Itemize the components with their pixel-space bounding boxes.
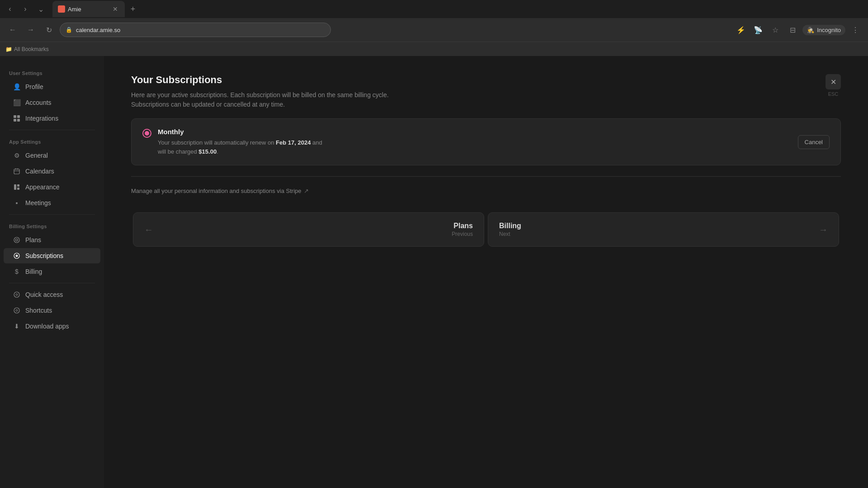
panel-header: Your Subscriptions Here are your active …	[131, 74, 841, 109]
next-nav-label: Billing	[499, 222, 521, 230]
sidebar-label-accounts: Accounts	[25, 99, 52, 106]
browser-refresh-button[interactable]: ↻	[42, 23, 56, 37]
sidebar-item-integrations[interactable]: Integrations	[4, 111, 100, 126]
svg-rect-4	[14, 169, 19, 174]
prev-nav-button[interactable]: ← Plans Previous	[133, 212, 484, 247]
sidebar-item-download-apps[interactable]: ⬇ Download apps	[4, 319, 100, 334]
billing-settings-section-label: Billing Settings	[0, 218, 104, 232]
sidebar-item-profile[interactable]: 👤 Profile	[4, 79, 100, 94]
user-settings-section-label: User Settings	[0, 65, 104, 79]
sidebar-label-download-apps: Download apps	[25, 323, 69, 330]
svg-rect-7	[14, 184, 16, 190]
svg-point-11	[16, 239, 18, 241]
sidebar-item-general[interactable]: ⚙ General	[4, 148, 100, 163]
panel-description: Here are your active subscriptions. Each…	[131, 90, 389, 109]
sidebar-item-plans[interactable]: Plans	[4, 232, 100, 248]
browser-forward-button[interactable]: →	[24, 23, 38, 37]
svg-rect-3	[17, 119, 20, 122]
prev-arrow-icon: ←	[144, 225, 153, 235]
forward-nav-button[interactable]: ›	[19, 3, 32, 15]
subscriptions-icon	[13, 252, 21, 260]
renew-text-before: Your subscription will automatically ren…	[158, 139, 274, 146]
prev-nav-text: Plans Previous	[452, 222, 473, 237]
esc-label: ESC	[828, 91, 839, 97]
sidebar-divider-3	[9, 283, 95, 283]
tab-title: Amie	[68, 6, 81, 13]
appearance-icon	[13, 183, 21, 191]
close-button[interactable]: ✕	[826, 74, 841, 89]
shortcuts-icon	[13, 306, 21, 314]
subscription-card: Monthly Your subscription will automatic…	[131, 118, 841, 165]
plans-icon	[13, 236, 21, 244]
cancel-subscription-button[interactable]: Cancel	[798, 135, 830, 149]
main-panel: Your Subscriptions Here are your active …	[104, 56, 868, 488]
sidebar-item-subscriptions[interactable]: Subscriptions	[4, 248, 100, 263]
subscription-radio-inner	[145, 131, 149, 136]
integrations-icon	[13, 114, 21, 122]
external-link-icon: ↗	[304, 188, 309, 194]
menu-button[interactable]: ⋮	[848, 23, 863, 37]
meetings-icon: ▪	[13, 199, 21, 207]
back-nav-button[interactable]: ‹	[4, 3, 16, 15]
bookmarks-folder-icon: 📁	[5, 46, 12, 52]
svg-point-16	[14, 308, 19, 313]
quick-access-icon	[13, 291, 21, 299]
tab-close-button[interactable]: ✕	[111, 5, 119, 13]
svg-point-10	[14, 237, 19, 243]
svg-rect-8	[17, 184, 19, 187]
subscription-left: Monthly Your subscription will automatic…	[142, 128, 322, 156]
url-display: calendar.amie.so	[76, 27, 325, 33]
calendars-icon	[13, 167, 21, 175]
app-settings-section-label: App Settings	[0, 134, 104, 147]
svg-rect-9	[17, 188, 19, 190]
stripe-link[interactable]: Manage all your personal information and…	[131, 188, 841, 194]
svg-point-14	[14, 292, 19, 297]
svg-rect-2	[14, 119, 16, 122]
browser-back-button[interactable]: ←	[5, 23, 20, 37]
subscription-name: Monthly	[158, 128, 322, 136]
accounts-icon: ⬛	[13, 99, 21, 107]
sidebar-item-calendars[interactable]: Calendars	[4, 164, 100, 179]
sidebar-item-quick-access[interactable]: Quick access	[4, 287, 100, 302]
sidebar-label-meetings: Meetings	[25, 199, 51, 206]
bookmarks-label: 📁 All Bookmarks	[5, 46, 49, 52]
next-arrow-icon: →	[819, 225, 828, 235]
svg-rect-6	[18, 169, 19, 170]
sidebar-item-appearance[interactable]: Appearance	[4, 179, 100, 195]
sidebar-item-billing[interactable]: $ Billing	[4, 264, 100, 279]
address-bar[interactable]: 🔒 calendar.amie.so	[60, 23, 331, 37]
svg-point-15	[16, 294, 18, 296]
sidebar: User Settings 👤 Profile ⬛ Accounts Integ…	[0, 56, 104, 488]
renew-text-after: and	[312, 139, 322, 146]
subscription-radio	[142, 129, 151, 138]
sidebar-label-profile: Profile	[25, 83, 43, 90]
sidebar-label-appearance: Appearance	[25, 183, 60, 191]
sidebar-item-meetings[interactable]: ▪ Meetings	[4, 195, 100, 211]
sidebar-item-shortcuts[interactable]: Shortcuts	[4, 303, 100, 318]
sidebar-label-shortcuts: Shortcuts	[25, 307, 52, 314]
panel-title: Your Subscriptions	[131, 74, 389, 86]
sidebar-item-accounts[interactable]: ⬛ Accounts	[4, 95, 100, 110]
sidebar-divider-2	[9, 214, 95, 215]
next-nav-text: Billing Next	[499, 222, 521, 237]
profile-icon: 👤	[13, 83, 21, 91]
sidebar-label-subscriptions: Subscriptions	[25, 252, 63, 259]
extensions-button[interactable]: ⚡	[734, 23, 748, 37]
tab-list-button[interactable]: ⌄	[34, 3, 47, 15]
sidebar-button[interactable]: ⊟	[785, 23, 800, 37]
new-tab-button[interactable]: +	[127, 3, 139, 15]
cast-button[interactable]: 📡	[751, 23, 765, 37]
general-icon: ⚙	[13, 151, 21, 160]
subscription-details: Monthly Your subscription will automatic…	[158, 128, 322, 156]
active-tab[interactable]: Amie ✕	[52, 1, 125, 17]
subscription-desc: Your subscription will automatically ren…	[158, 138, 322, 156]
renew-date: Feb 17, 2024	[276, 139, 311, 146]
bottom-navigation: ← Plans Previous Billing Next →	[131, 212, 841, 247]
stripe-link-text: Manage all your personal information and…	[131, 188, 301, 194]
sidebar-divider-1	[9, 130, 95, 130]
charge-amount: $15.00	[198, 148, 217, 155]
sidebar-label-billing: Billing	[25, 268, 42, 275]
bookmark-button[interactable]: ☆	[768, 23, 783, 37]
next-nav-button[interactable]: Billing Next →	[488, 212, 839, 247]
close-wrapper: ✕ ESC	[826, 74, 841, 97]
